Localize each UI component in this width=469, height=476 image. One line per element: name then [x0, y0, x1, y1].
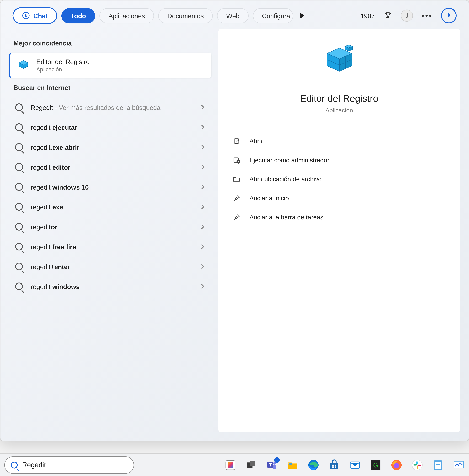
- detail-subtitle: Aplicación: [325, 107, 353, 114]
- tab-documents[interactable]: Documentos: [158, 8, 213, 23]
- chevron-right-icon: [199, 105, 204, 110]
- folder-icon: [232, 175, 241, 184]
- chevron-right-icon: [199, 165, 204, 169]
- tab-config[interactable]: Configura: [253, 8, 293, 23]
- chevron-right-icon: [199, 244, 204, 249]
- suggestions-list: Regedit - Ver más resultados de la búsqu…: [9, 97, 211, 296]
- chevron-right-icon: [199, 284, 204, 289]
- taskbar-search-box[interactable]: [4, 456, 134, 474]
- search-icon: [15, 163, 23, 171]
- svg-rect-24: [288, 464, 297, 469]
- search-icon: [15, 183, 23, 191]
- taskbar-search-input[interactable]: [22, 461, 128, 469]
- regedit-icon: [16, 58, 30, 72]
- tab-label: Documentos: [167, 12, 204, 19]
- more-tabs-icon[interactable]: [300, 13, 304, 19]
- action-open[interactable]: Abrir: [230, 132, 448, 151]
- best-match-title: Editor del Registro: [36, 58, 90, 65]
- more-options-icon[interactable]: •••: [422, 11, 432, 20]
- tab-label: Web: [226, 12, 240, 19]
- action-pin-start[interactable]: Anclar a Inicio: [230, 188, 448, 208]
- chevron-right-icon: [199, 145, 204, 150]
- task-view-icon[interactable]: [245, 459, 257, 471]
- chevron-right-icon: [199, 264, 204, 269]
- search-icon: [15, 243, 23, 251]
- chevron-right-icon: [199, 204, 204, 209]
- action-run-as-admin[interactable]: Ejecutar como administrador: [230, 151, 448, 170]
- file-explorer-icon[interactable]: [287, 459, 299, 471]
- svg-text:T: T: [269, 462, 272, 467]
- svg-rect-28: [332, 464, 334, 466]
- suggestion-text: Regedit - Ver más resultados de la búsqu…: [31, 104, 192, 111]
- firefox-icon[interactable]: [390, 459, 403, 471]
- edge-icon[interactable]: [307, 459, 320, 471]
- chevron-right-icon: [199, 184, 204, 189]
- tab-all[interactable]: Todo: [62, 8, 95, 23]
- svg-rect-30: [332, 466, 334, 468]
- internet-heading: Buscar en Internet: [9, 78, 211, 97]
- rewards-points[interactable]: 1907: [360, 12, 375, 19]
- chevron-right-icon: [199, 125, 204, 130]
- user-avatar[interactable]: J: [401, 10, 413, 22]
- best-match-text: Editor del Registro Aplicación: [36, 58, 90, 73]
- tabs-row: Chat Todo Aplicaciones Documentos Web Co…: [0, 0, 469, 29]
- teams-badge: 1: [274, 457, 280, 463]
- powertoys-icon[interactable]: [224, 459, 236, 471]
- body-columns: Mejor coincidencia Editor del Registro A…: [0, 29, 469, 441]
- svg-rect-41: [418, 464, 421, 466]
- tab-apps[interactable]: Aplicaciones: [99, 8, 154, 23]
- suggestion-item[interactable]: Regedit - Ver más resultados de la búsqu…: [9, 97, 211, 117]
- mail-icon[interactable]: [349, 459, 361, 471]
- teams-icon[interactable]: T 1: [266, 459, 278, 471]
- suggestion-item[interactable]: regeditor: [9, 217, 211, 237]
- windows-search-panel: Chat Todo Aplicaciones Documentos Web Co…: [0, 0, 469, 441]
- best-match-item[interactable]: Editor del Registro Aplicación: [9, 53, 211, 78]
- tab-label: Configura: [262, 12, 290, 19]
- search-icon: [15, 223, 23, 231]
- best-match-heading: Mejor coincidencia: [9, 33, 211, 53]
- svg-rect-31: [335, 466, 336, 468]
- suggestion-item[interactable]: regedit windows: [9, 276, 211, 296]
- suggestion-item[interactable]: regedit free fire: [9, 237, 211, 256]
- svg-rect-39: [413, 464, 417, 465]
- tab-chat[interactable]: Chat: [13, 7, 57, 24]
- suggestion-text: regeditor: [31, 223, 192, 230]
- suggestion-item[interactable]: regedit editor: [9, 157, 211, 177]
- suggestion-item[interactable]: regedit windows 10: [9, 177, 211, 197]
- suggestion-text: regedit windows 10: [31, 183, 192, 190]
- suggestion-item[interactable]: regedit+enter: [9, 256, 211, 276]
- action-label: Anclar a la barra de tareas: [250, 214, 323, 221]
- search-icon: [15, 283, 23, 290]
- suggestion-text: regedit exe: [31, 203, 192, 210]
- tab-web[interactable]: Web: [217, 8, 249, 23]
- detail-title: Editor del Registro: [300, 93, 378, 104]
- divider: [230, 126, 448, 126]
- action-open-location[interactable]: Abrir ubicación de archivo: [230, 170, 448, 189]
- chevron-right-icon: [199, 224, 204, 229]
- terminal-icon[interactable]: G: [370, 459, 382, 471]
- search-icon: [15, 103, 23, 111]
- pin-icon: [232, 213, 241, 221]
- avatar-initial: J: [405, 12, 408, 19]
- slack-icon[interactable]: [411, 459, 423, 471]
- suggestion-item[interactable]: regedit.exe abrir: [9, 137, 211, 157]
- action-pin-taskbar[interactable]: Anclar a la barra de tareas: [230, 208, 448, 227]
- bing-icon[interactable]: [441, 8, 456, 23]
- monitor-icon[interactable]: [453, 459, 465, 471]
- svg-rect-20: [250, 461, 255, 466]
- action-label: Anclar a Inicio: [250, 195, 289, 202]
- notepad-icon[interactable]: [432, 459, 444, 471]
- suggestion-text: regedit ejecutar: [31, 123, 192, 131]
- svg-text:G: G: [373, 461, 378, 469]
- suggestion-text: regedit free fire: [31, 243, 192, 250]
- suggestion-item[interactable]: regedit ejecutar: [9, 117, 211, 137]
- regedit-large-icon: [318, 41, 361, 84]
- open-icon: [232, 137, 241, 145]
- results-column: Mejor coincidencia Editor del Registro A…: [9, 29, 211, 432]
- store-icon[interactable]: [328, 459, 340, 471]
- tabs-right: 1907 J •••: [360, 8, 456, 23]
- svg-rect-29: [335, 464, 336, 466]
- search-icon: [15, 123, 23, 131]
- suggestion-item[interactable]: regedit exe: [9, 197, 211, 217]
- rewards-trophy-icon[interactable]: [384, 11, 392, 20]
